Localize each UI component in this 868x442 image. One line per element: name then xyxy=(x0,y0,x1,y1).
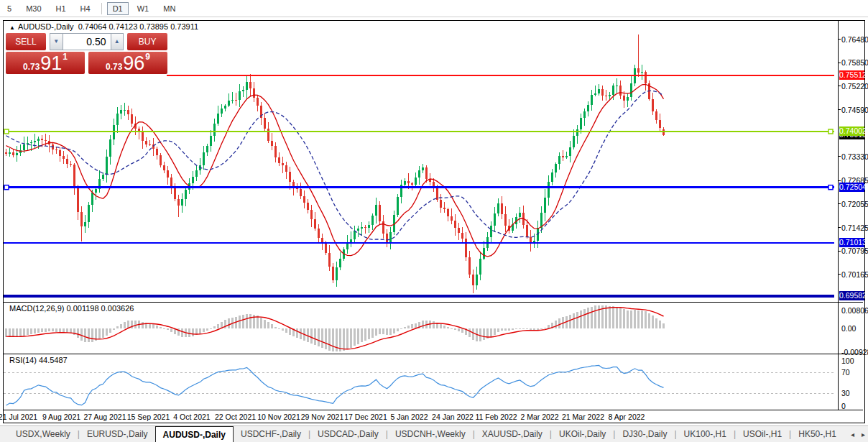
price-level-badge: 0.74002 xyxy=(839,126,864,136)
timeframe-d1-button[interactable]: D1 xyxy=(107,2,129,15)
symbol-tab-bar: USDX,Weekly|EURUSD-,DailyAUDUSD-,DailyUS… xyxy=(0,425,868,442)
date-axis-label: 15 Sep 2021 xyxy=(127,413,170,421)
price-axis-tick: 0.75220 xyxy=(841,82,868,91)
sell-price-prefix: 0.73 xyxy=(23,62,40,72)
tab-scroll-right-icon[interactable]: ▸ xyxy=(862,431,865,438)
buy-button[interactable]: BUY xyxy=(127,33,167,50)
macd-indicator-label: MACD(12,26,9) 0.001198 0.003626 xyxy=(9,304,134,313)
symbol-tab-usdchf-daily[interactable]: USDCHF-,Daily xyxy=(234,426,308,442)
date-axis-label: 27 Aug 2021 xyxy=(84,413,126,421)
price-level-badge: 0.75512 xyxy=(839,70,864,80)
date-axis-label: 29 Nov 2021 xyxy=(301,413,344,421)
date-axis-label: 5 Jan 2022 xyxy=(391,413,428,421)
rsi-indicator-label: RSI(14) 44.5487 xyxy=(9,356,68,364)
chart-ohlc-readout: 0.74064 0.74123 0.73895 0.73911 xyxy=(78,22,198,31)
lot-increase-button[interactable]: ▲ xyxy=(111,33,124,50)
date-axis-label: 24 Jan 2022 xyxy=(432,413,474,421)
date-axis-label: 2 Mar 2022 xyxy=(520,413,558,421)
date-axis-label: 9 Aug 2021 xyxy=(42,413,80,421)
date-axis-label: 10 Nov 2021 xyxy=(257,413,300,421)
buy-price-pip: 9 xyxy=(145,52,150,62)
main-chart-canvas[interactable] xyxy=(4,21,864,423)
date-axis-label: 8 Apr 2022 xyxy=(609,413,645,421)
symbol-tab-uk100-h1[interactable]: UK100-,H1 xyxy=(677,426,734,442)
price-axis-tick: 0.76480 xyxy=(841,35,868,44)
symbol-tab-ukoil-daily[interactable]: UKOil-,Daily xyxy=(552,426,613,442)
timeframe-toolbar: 5 M30 H1 H4 D1 W1 MN xyxy=(0,0,868,17)
timeframe-h1-button[interactable]: H1 xyxy=(50,2,72,15)
timeframe-m15-button[interactable]: 5 xyxy=(1,2,17,15)
symbol-tab-eurusd-daily[interactable]: EURUSD-,Daily xyxy=(80,426,155,442)
timeframe-mn-button[interactable]: MN xyxy=(157,2,181,15)
buy-price-big: 96 xyxy=(123,54,144,73)
symbol-tab-usdx-weekly[interactable]: USDX,Weekly xyxy=(9,426,78,442)
collapse-triangle-icon[interactable]: ▲ xyxy=(9,24,15,31)
chart-title: ▲AUDUSD-,Daily 0.74064 0.74123 0.73895 0… xyxy=(9,22,198,31)
sell-button[interactable]: SELL xyxy=(6,33,46,50)
timeframe-m30-button[interactable]: M30 xyxy=(20,2,47,15)
trading-platform: 5 M30 H1 H4 D1 W1 MN ▲AUDUSD-,Daily 0.74… xyxy=(0,0,868,442)
macd-axis-label: 0.008061 xyxy=(841,306,868,315)
one-click-trade-panel: SELL ▼ ▲ BUY 0.73 91 1 0.73 96 9 xyxy=(6,33,167,75)
buy-price-display[interactable]: 0.73 96 9 xyxy=(88,52,167,74)
date-axis-label: 17 Dec 2021 xyxy=(344,413,387,421)
symbol-tab-usdcad-daily[interactable]: USDCAD-,Daily xyxy=(310,426,386,442)
lot-decrease-button[interactable]: ▼ xyxy=(50,33,63,50)
price-axis-tick: 0.75850 xyxy=(841,58,868,67)
price-level-badge: 0.72504 xyxy=(839,183,864,192)
symbol-tab-xauusd-daily[interactable]: XAUUSD-,Daily xyxy=(475,426,550,442)
price-axis-tick: 0.73330 xyxy=(841,152,868,161)
price-axis-tick: 0.70165 xyxy=(841,270,868,279)
symbol-tab-hk50-h1[interactable]: HK50-,H1 xyxy=(791,426,844,442)
sell-price-pip: 1 xyxy=(63,52,68,62)
lot-size-input[interactable] xyxy=(63,33,111,50)
rsi-axis-label: 100 xyxy=(841,356,868,365)
date-axis-label: 4 Oct 2021 xyxy=(173,413,210,421)
toolbar-separator xyxy=(101,3,102,14)
macd-axis-label: 0.00 xyxy=(841,324,868,333)
sell-price-big: 91 xyxy=(40,54,62,73)
chart-symbol-label: AUDUSD-,Daily xyxy=(18,22,74,31)
price-axis-tick: 0.72055 xyxy=(841,200,868,208)
date-axis-label: 22 Oct 2021 xyxy=(215,413,256,421)
price-axis-tick: 0.71425 xyxy=(841,224,868,232)
symbol-tab-usoil-h1[interactable]: USOil-,H1 xyxy=(736,426,789,442)
price-axis-tick: 0.70795 xyxy=(841,247,868,255)
rsi-axis-label: 70 xyxy=(841,368,868,377)
price-axis-tick: 0.74590 xyxy=(841,106,868,114)
chart-window: ▲AUDUSD-,Daily 0.74064 0.74123 0.73895 0… xyxy=(3,20,865,423)
buy-price-prefix: 0.73 xyxy=(106,62,122,72)
tab-scroll-left-icon[interactable]: ◂ xyxy=(851,431,854,438)
rsi-axis-label: 0 xyxy=(841,402,868,410)
date-axis-label: 11 Feb 2022 xyxy=(475,413,517,421)
symbol-tab-usdcnh-weekly[interactable]: USDCNH-,Weekly xyxy=(388,426,473,442)
date-axis-label: 21 Mar 2022 xyxy=(562,413,604,421)
symbol-tab-audusd-daily[interactable]: AUDUSD-,Daily xyxy=(155,426,234,442)
macd-axis-label: -0.009286 xyxy=(841,348,868,356)
timeframe-h4-button[interactable]: H4 xyxy=(75,2,96,15)
sell-price-display[interactable]: 0.73 91 1 xyxy=(6,52,85,74)
price-level-badge: 0.69582 xyxy=(839,291,864,300)
price-level-badge: 0.71013 xyxy=(839,238,864,247)
date-axis-label: 21 Jul 2021 xyxy=(0,413,37,421)
timeframe-w1-button[interactable]: W1 xyxy=(131,2,155,15)
symbol-tab-dj30-daily[interactable]: DJ30-,Daily xyxy=(615,426,674,442)
rsi-axis-label: 30 xyxy=(841,389,868,397)
